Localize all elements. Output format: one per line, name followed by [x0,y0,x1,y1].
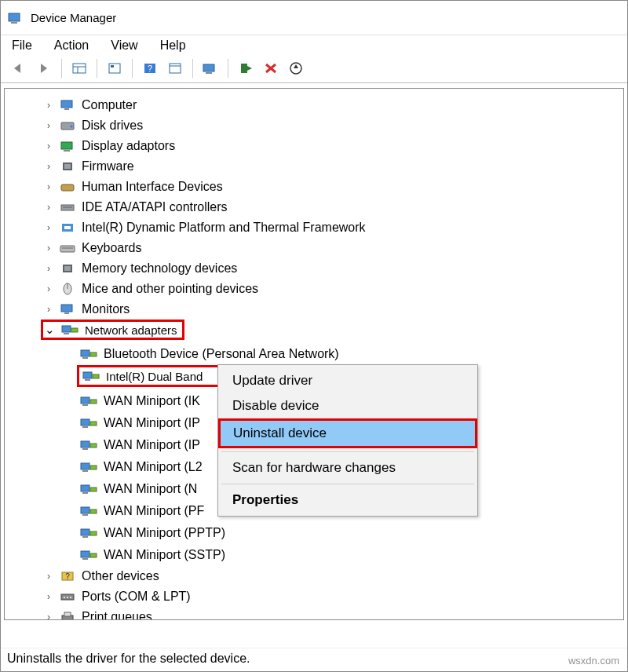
expand-icon[interactable]: › [44,161,53,172]
context-item[interactable]: Scan for hardware changes [220,455,476,480]
tree-item-label: WAN Miniport (IK [104,394,200,408]
toolbar-separator [97,59,97,78]
svg-rect-82 [64,612,71,616]
tree-category[interactable]: ›Display adaptors [5,136,623,156]
expand-icon[interactable]: › [44,612,53,620]
tree-category[interactable]: ›IDE ATA/ATAPI controllers [5,197,623,217]
svg-rect-52 [82,404,88,406]
show-hide-tree-button[interactable] [69,59,89,78]
hid-icon [60,180,75,194]
expand-icon[interactable]: › [44,202,53,213]
tree-category[interactable]: ›?Other devices [5,566,623,586]
tree-item[interactable]: Bluetooth Device (Personal Area Network) [5,343,623,365]
expand-icon[interactable]: › [44,222,53,233]
svg-rect-60 [81,463,89,469]
net-icon [80,482,97,496]
scan-hardware-button[interactable] [200,59,221,78]
collapse-icon[interactable]: ⌄ [45,323,55,337]
svg-rect-43 [64,333,69,334]
menu-action[interactable]: Action [54,38,89,53]
expand-icon[interactable]: › [44,263,53,274]
svg-rect-57 [81,441,89,447]
net-icon [80,394,97,408]
svg-rect-13 [203,64,214,71]
uninstall-device-button[interactable] [261,59,281,78]
tree-item-label: WAN Miniport (IP [104,438,200,452]
svg-rect-73 [82,558,88,560]
svg-rect-62 [90,466,97,469]
menu-file[interactable]: File [12,38,32,53]
expand-icon[interactable]: › [44,141,53,152]
tree-category-label: Monitors [82,302,130,316]
svg-rect-65 [90,488,97,491]
tree-category[interactable]: ⌄Network adapters [5,320,623,343]
net-icon [80,416,97,430]
update-driver-button[interactable] [286,59,306,78]
tree-category[interactable]: ›Intel(R) Dynamic Platform and Thermal F… [5,217,623,238]
tree-category[interactable]: ›Firmware [5,156,623,177]
forward-button[interactable] [34,59,54,78]
device-tree[interactable]: ›Computer›Disk drives›Display adaptors›F… [4,88,624,620]
menu-bar: File Action View Help [1,35,627,57]
tree-category-label: Network adapters [85,323,177,337]
tree-item-label: WAN Miniport (N [104,482,197,496]
keyboard-icon [60,241,75,255]
toolbar-separator [192,59,193,78]
tree-item[interactable]: WAN Miniport (PPTP) [5,522,623,544]
net-icon [80,504,97,518]
help-button[interactable]: ? [140,59,160,78]
svg-point-80 [70,597,71,598]
expand-icon[interactable]: › [44,243,53,254]
print-icon [60,610,75,620]
title-bar: Device Manager [1,1,627,35]
expand-icon[interactable]: › [44,591,53,602]
context-item[interactable]: Update driver [220,368,476,393]
expand-icon[interactable]: › [44,100,53,111]
properties-button[interactable] [104,59,125,78]
tree-category[interactable]: ›Monitors [5,299,623,320]
menu-view[interactable]: View [111,38,137,53]
tree-category-label: Keyboards [82,241,142,255]
context-item[interactable]: Disable device [220,393,476,418]
tree-category-label: Disk drives [82,119,143,133]
tree-category[interactable]: ›Computer [5,95,623,115]
expand-icon[interactable]: › [44,120,53,131]
enable-device-button[interactable] [236,59,256,78]
monitor2-icon [60,302,75,316]
expand-icon[interactable]: › [44,571,53,582]
display-icon [60,139,75,153]
back-button[interactable] [9,59,29,78]
svg-rect-40 [61,305,72,312]
ide-icon [60,200,75,214]
expand-icon[interactable]: › [44,283,53,294]
tree-category[interactable]: ›Mice and other pointing devices [5,279,623,299]
tree-item-label: WAN Miniport (IP [104,416,200,430]
tree-category[interactable]: ›Human Interface Devices [5,177,623,197]
svg-rect-49 [85,379,90,381]
svg-rect-61 [82,470,88,472]
svg-point-24 [71,126,73,128]
tree-category[interactable]: ›Memory technology devices [5,258,623,279]
action-button[interactable] [165,59,185,78]
context-item[interactable]: Uninstall device [221,421,475,446]
tree-category-label: Firmware [82,159,134,173]
tree-category[interactable]: ›Disk drives [5,115,623,136]
expand-icon[interactable]: › [44,304,53,315]
tree-category[interactable]: ›Keyboards [5,238,623,258]
tree-category[interactable]: ›Ports (COM & LPT) [5,586,623,607]
expand-icon[interactable]: › [44,181,53,192]
svg-rect-11 [170,64,181,73]
tree-item[interactable]: WAN Miniport (SSTP) [5,544,623,566]
tree-item-label: WAN Miniport (PF [104,504,204,518]
svg-rect-71 [90,531,97,535]
tree-category[interactable]: ›Print queues [5,607,623,620]
disk-icon [60,119,75,133]
tree-category-label: IDE ATA/ATAPI controllers [82,200,228,214]
svg-rect-53 [90,400,97,404]
memory-icon [60,261,75,276]
menu-help[interactable]: Help [160,38,186,53]
tree-category-label: Intel(R) Dynamic Platform and Thermal Fr… [82,221,366,235]
svg-rect-58 [82,448,88,450]
context-item[interactable]: Properties [220,488,476,513]
svg-rect-26 [64,150,70,152]
